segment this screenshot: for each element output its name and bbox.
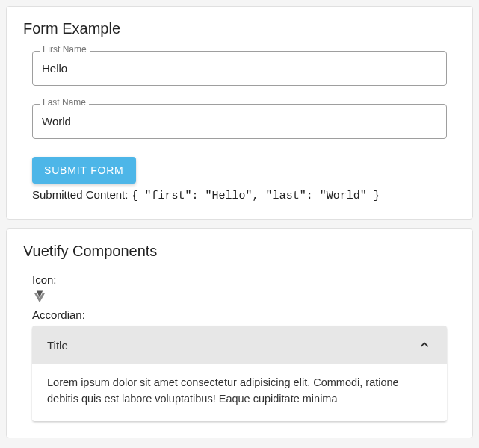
vuetify-title: Vuetify Components xyxy=(23,243,456,260)
last-name-label: Last Name xyxy=(40,97,89,108)
first-name-field: First Name xyxy=(32,51,447,86)
form-example-card: Form Example First Name Last Name SUBMIT… xyxy=(6,6,473,220)
last-name-input[interactable] xyxy=(32,104,447,139)
accordion-label: Accordian: xyxy=(32,308,456,321)
submitted-content: Submitted Content: { "first": "Hello", "… xyxy=(32,188,456,202)
accordion: Title Lorem ipsum dolor sit amet consect… xyxy=(32,326,447,421)
accordion-header[interactable]: Title xyxy=(32,326,447,364)
form-title: Form Example xyxy=(23,20,456,37)
chevron-up-icon xyxy=(417,337,432,352)
accordion-body: Lorem ipsum dolor sit amet consectetur a… xyxy=(32,364,447,421)
last-name-field: Last Name xyxy=(32,104,447,139)
submit-button[interactable]: SUBMIT FORM xyxy=(32,157,136,184)
submitted-value: { "first": "Hello", "last": "World" } xyxy=(132,190,380,202)
first-name-label: First Name xyxy=(40,44,90,55)
submitted-label: Submitted Content: xyxy=(32,188,128,201)
first-name-input[interactable] xyxy=(32,51,447,86)
vuetify-components-card: Vuetify Components Icon: Accordian: Titl… xyxy=(6,228,473,438)
vuetify-logo-icon xyxy=(32,289,47,304)
icon-label: Icon: xyxy=(32,273,456,286)
accordion-title: Title xyxy=(47,339,68,352)
